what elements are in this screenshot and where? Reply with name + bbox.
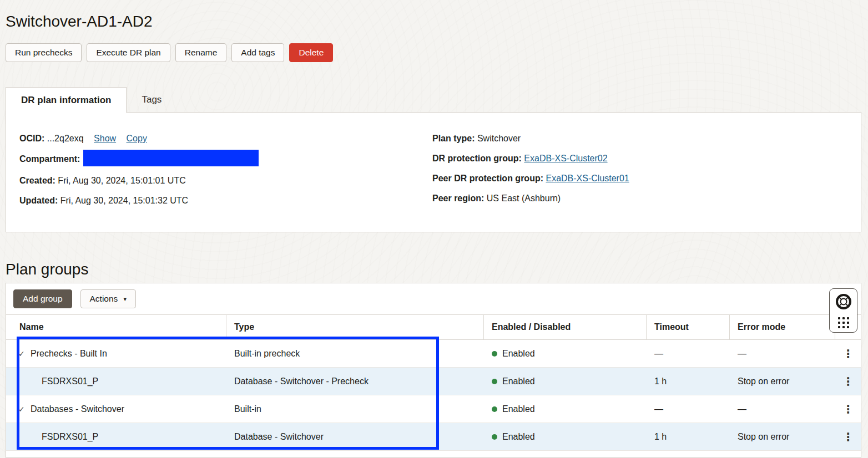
chevron-down-icon: ▾	[123, 296, 127, 303]
peer-region-value: US East (Ashburn)	[487, 194, 561, 203]
plan-groups-heading: Plan groups	[6, 261, 88, 278]
row-error-mode: Stop on error	[730, 368, 835, 395]
actions-button-label: Actions	[90, 294, 118, 304]
plan-groups-panel: Add group Actions ▾ Name Type Enabled / …	[6, 283, 861, 458]
status-dot-icon	[492, 379, 497, 384]
status-text: Enabled	[502, 349, 535, 359]
grid-dots-icon[interactable]	[838, 317, 849, 328]
table-row[interactable]: ✓ Databases - Switchover Built-in Enable…	[6, 395, 861, 423]
plan-type-value: Switchover	[477, 134, 521, 143]
table-row[interactable]: ✓ Prechecks - Built In Built-in precheck…	[6, 340, 861, 368]
updated-field: Updated: Fri, Aug 30, 2024, 15:01:32 UTC	[19, 195, 432, 206]
row-timeout: 1 h	[647, 423, 730, 450]
peer-dr-protection-group-link[interactable]: ExaDB-XS-Cluster01	[546, 174, 629, 183]
ocid-value: ...2q2exq	[47, 134, 84, 143]
dr-protection-group-link[interactable]: ExaDB-XS-Cluster02	[524, 154, 607, 163]
ocid-copy-link[interactable]: Copy	[127, 134, 147, 143]
delete-button[interactable]: Delete	[289, 43, 333, 62]
created-label: Created:	[19, 176, 55, 185]
row-type: Database - Switchover	[226, 423, 484, 450]
dr-plan-information-panel: OCID: ...2q2exq Show Copy Compartment: C…	[6, 112, 861, 232]
row-name: Databases - Switchover	[31, 404, 124, 414]
status-text: Enabled	[502, 432, 535, 442]
row-timeout: 1 h	[647, 368, 730, 395]
action-toolbar: Run prechecks Execute DR plan Rename Add…	[6, 43, 333, 62]
status-text: Enabled	[502, 376, 535, 386]
peer-dr-protection-group-field: Peer DR protection group: ExaDB-XS-Clust…	[432, 172, 861, 184]
row-type: Built-in precheck	[226, 340, 484, 367]
updated-label: Updated:	[19, 196, 58, 205]
life-ring-help-icon	[835, 293, 852, 313]
plan-type-field: Plan type: Switchover	[432, 133, 861, 144]
execute-dr-plan-button[interactable]: Execute DR plan	[87, 43, 170, 62]
row-kebab-menu-icon[interactable]: ⋮	[835, 340, 861, 367]
column-header-error-mode: Error mode	[730, 315, 835, 339]
table-row[interactable]: FSDRXS01_P Database - Switchover Enabled…	[6, 423, 861, 451]
row-kebab-menu-icon[interactable]: ⋮	[835, 368, 861, 395]
row-type: Database - Switchover - Precheck	[226, 368, 484, 395]
row-kebab-menu-icon[interactable]: ⋮	[835, 395, 861, 423]
row-error-mode: Stop on error	[730, 423, 835, 450]
row-name: Prechecks - Built In	[31, 349, 107, 359]
row-error-mode: —	[730, 340, 835, 367]
tab-tags[interactable]: Tags	[127, 87, 176, 113]
row-kebab-menu-icon[interactable]: ⋮	[835, 423, 861, 450]
status-dot-icon	[492, 351, 497, 357]
created-value: Fri, Aug 30, 2024, 15:01:01 UTC	[58, 176, 185, 185]
table-row[interactable]: FSDRXS01_P Database - Switchover - Prech…	[6, 368, 861, 395]
tab-dr-plan-information[interactable]: DR plan information	[6, 87, 127, 113]
status-text: Enabled	[502, 404, 535, 414]
add-group-button[interactable]: Add group	[13, 289, 72, 308]
dr-protection-group-field: DR protection group: ExaDB-XS-Cluster02	[432, 152, 861, 164]
row-type: Built-in	[226, 395, 484, 423]
status-dot-icon	[492, 406, 497, 412]
row-name: FSDRXS01_P	[42, 432, 98, 442]
actions-button[interactable]: Actions ▾	[80, 289, 136, 308]
created-field: Created: Fri, Aug 30, 2024, 15:01:01 UTC	[19, 175, 432, 186]
help-widget[interactable]	[829, 288, 857, 333]
status-dot-icon	[492, 434, 497, 440]
ocid-field: OCID: ...2q2exq Show Copy	[19, 133, 432, 144]
plan-groups-toolbar: Add group Actions ▾	[6, 283, 861, 314]
compartment-redaction-overlay	[83, 150, 259, 166]
info-right-column: Plan type: Switchover DR protection grou…	[432, 133, 861, 232]
column-header-enabled-disabled: Enabled / Disabled	[484, 315, 647, 339]
info-left-column: OCID: ...2q2exq Show Copy Compartment: C…	[19, 133, 432, 232]
row-timeout: —	[647, 340, 730, 367]
tab-bar: DR plan information Tags	[6, 87, 176, 113]
dr-protection-group-label: DR protection group:	[432, 154, 522, 163]
row-name: FSDRXS01_P	[42, 376, 98, 386]
row-error-mode: —	[730, 395, 835, 423]
peer-region-field: Peer region: US East (Ashburn)	[432, 192, 861, 204]
rename-button[interactable]: Rename	[175, 43, 227, 62]
column-header-timeout: Timeout	[647, 315, 730, 339]
table-header-row: Name Type Enabled / Disabled Timeout Err…	[6, 314, 861, 340]
column-header-type: Type	[226, 315, 484, 339]
run-prechecks-button[interactable]: Run prechecks	[6, 43, 82, 62]
add-tags-button[interactable]: Add tags	[231, 43, 284, 62]
ocid-label: OCID:	[19, 134, 44, 143]
check-icon: ✓	[18, 405, 31, 414]
peer-dr-protection-group-label: Peer DR protection group:	[432, 174, 543, 183]
page-title: Switchover-AD1-AD2	[6, 13, 153, 30]
peer-region-label: Peer region:	[432, 194, 484, 203]
check-icon: ✓	[18, 349, 31, 358]
plan-type-label: Plan type:	[432, 134, 475, 143]
ocid-show-link[interactable]: Show	[94, 134, 116, 143]
compartment-field: Compartment:	[19, 152, 432, 166]
updated-value: Fri, Aug 30, 2024, 15:01:32 UTC	[60, 196, 188, 205]
compartment-label: Compartment:	[19, 154, 80, 164]
row-timeout: —	[647, 395, 730, 423]
column-header-name: Name	[6, 315, 226, 339]
